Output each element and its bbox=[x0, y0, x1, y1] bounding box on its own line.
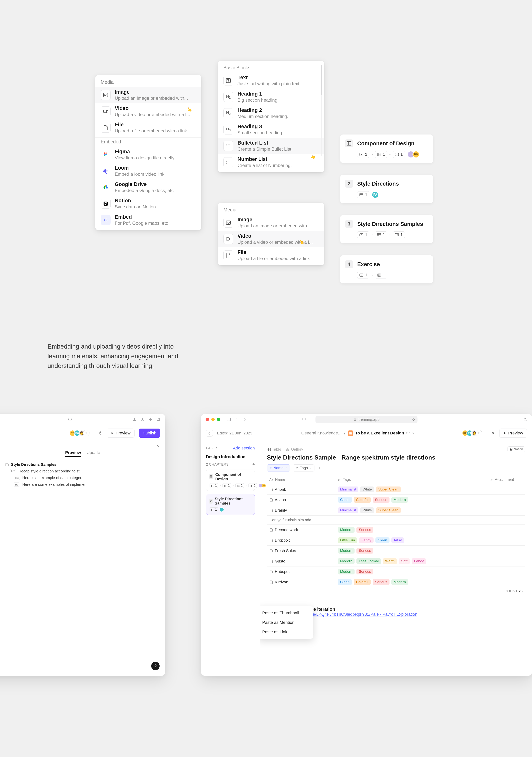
paste-mention[interactable]: Paste as Mention bbox=[260, 618, 313, 627]
block-menu-media[interactable]: Media ImageUpload an image or embeded wi… bbox=[95, 75, 202, 230]
menu-item-bulleted-list[interactable]: Bulleted ListCreate a Simple Bullet List… bbox=[218, 138, 324, 154]
refresh-icon[interactable] bbox=[68, 417, 72, 422]
tag[interactable]: Modern bbox=[338, 569, 355, 574]
table-row[interactable]: HubspotModernSerious bbox=[267, 566, 525, 577]
menu-item-file[interactable]: FileUpload a file or embeded with a link bbox=[95, 119, 202, 136]
table-row[interactable]: BrainlyMinimalistWhiteSuper Clean bbox=[267, 505, 525, 516]
tag[interactable]: Clean bbox=[338, 579, 352, 585]
view-tags[interactable]: Tags bbox=[293, 465, 314, 471]
table-row[interactable]: DropboxLittle FunFancyCleanArtsy bbox=[267, 535, 525, 546]
tag[interactable]: White bbox=[360, 507, 374, 513]
tag[interactable]: White bbox=[360, 487, 374, 492]
tag[interactable]: Less Formal bbox=[357, 558, 381, 564]
view-name[interactable]: +Name bbox=[267, 465, 290, 471]
table-row[interactable]: KirrivanCleanColorfulSeriousModern bbox=[267, 577, 525, 587]
tag[interactable]: Fancy bbox=[359, 537, 374, 543]
preview-button[interactable]: Preview bbox=[107, 429, 135, 438]
tag[interactable]: Modern bbox=[338, 527, 355, 533]
tag[interactable]: Clean bbox=[375, 537, 390, 543]
add-collaborator[interactable]: + bbox=[476, 430, 482, 436]
chapter-card[interactable]: 3Style Directions Samples 1 1 1 bbox=[340, 215, 433, 243]
paste-thumbnail[interactable]: Paste as Thumbnail bbox=[260, 608, 313, 618]
add-collaborator[interactable]: + bbox=[83, 430, 89, 436]
settings-icon[interactable] bbox=[98, 431, 103, 436]
add-section-link[interactable]: Add section bbox=[233, 446, 255, 451]
menu-item-h3[interactable]: H3Heading 3Small section heading. bbox=[218, 121, 324, 138]
chapter-card-active[interactable]: 2Style Directions Samples 1 bbox=[206, 494, 255, 515]
menu-item-embed[interactable]: EmbedFor Pdf, Google maps, etc bbox=[95, 212, 202, 228]
block-menu-media-2[interactable]: Media ImageUpload an image or embeded wi… bbox=[218, 203, 324, 265]
table-row[interactable]: AribnbMinimalistWhiteSuper Clean bbox=[267, 484, 525, 495]
breadcrumb-item[interactable]: General Knowledge... bbox=[301, 431, 342, 436]
menu-item-figma[interactable]: FigmaView figma design file directly bbox=[95, 146, 202, 163]
chapter-card[interactable]: 2Style Directions 1 PA bbox=[340, 175, 433, 203]
notion-sync-badge[interactable]: Notion bbox=[508, 446, 525, 452]
tag[interactable]: Serious bbox=[357, 569, 373, 574]
tag[interactable]: Serious bbox=[373, 579, 389, 585]
tag[interactable]: Little Fun bbox=[338, 537, 357, 543]
menu-item-file[interactable]: FileUpload a file or embeded with a link bbox=[218, 247, 324, 263]
tab-preview[interactable]: Preview bbox=[65, 450, 81, 457]
tag[interactable]: Clean bbox=[338, 497, 352, 503]
url-bar[interactable]: trenning.app bbox=[315, 416, 418, 423]
tabs-icon[interactable] bbox=[156, 417, 161, 422]
tag[interactable]: Colorful bbox=[354, 579, 371, 585]
share-icon[interactable] bbox=[523, 417, 527, 422]
menu-item-number-list[interactable]: Number ListCreate a list of Numbering. bbox=[218, 154, 324, 170]
tag[interactable]: Fancy bbox=[412, 558, 426, 564]
tag[interactable]: Modern bbox=[391, 497, 408, 503]
close-icon[interactable] bbox=[157, 444, 160, 448]
tag[interactable]: Serious bbox=[357, 548, 373, 554]
menu-item-h2[interactable]: H2Heading 2Medium section heading. bbox=[218, 105, 324, 121]
tag[interactable]: Serious bbox=[373, 497, 389, 503]
preview-button[interactable]: Preview bbox=[499, 429, 527, 438]
shield-icon[interactable] bbox=[302, 417, 306, 422]
traffic-lights[interactable] bbox=[205, 418, 220, 421]
tab-update[interactable]: Update bbox=[87, 450, 100, 457]
tag[interactable]: Modern bbox=[338, 558, 355, 564]
back-button[interactable] bbox=[206, 430, 213, 437]
menu-item-image[interactable]: ImageUpload an image or embeded with... bbox=[95, 87, 202, 103]
nav-forward-icon[interactable] bbox=[242, 417, 247, 422]
table-row[interactable]: DeconetworkModernSerious bbox=[267, 525, 525, 535]
tag[interactable]: Warm bbox=[383, 558, 397, 564]
menu-item-image[interactable]: ImageUpload an image or embeded with... bbox=[218, 214, 324, 231]
tag[interactable]: Colorful bbox=[354, 497, 371, 503]
add-chapter-icon[interactable]: + bbox=[252, 462, 255, 467]
tag[interactable]: Minimalist bbox=[338, 487, 358, 492]
paste-context-menu[interactable]: Paste as Thumbnail Paste as Mention Past… bbox=[260, 606, 313, 639]
table-row[interactable]: AsanaCleanColorfulSeriousModern bbox=[267, 495, 525, 505]
refresh-icon[interactable] bbox=[412, 418, 415, 421]
publish-button[interactable]: Publish bbox=[139, 429, 160, 438]
tag[interactable]: Serious bbox=[357, 527, 373, 533]
tag[interactable]: Super Clean bbox=[376, 487, 401, 492]
add-view[interactable]: + bbox=[317, 466, 322, 471]
tag[interactable]: Soft bbox=[399, 558, 410, 564]
section-title[interactable]: Design Introduction bbox=[206, 454, 255, 459]
sidebar-toggle-icon[interactable] bbox=[227, 417, 231, 422]
scrollbar[interactable] bbox=[321, 65, 322, 156]
menu-item-video[interactable]: VideoUpload a video or embeded with a l.… bbox=[218, 231, 324, 247]
block-menu-basic[interactable]: Basic Blocks TextJust start writing with… bbox=[218, 61, 324, 172]
menu-item-google-drive[interactable]: Google DriveEmbeded a Google docs, etc bbox=[95, 179, 202, 196]
tag[interactable]: Minimalist bbox=[338, 507, 358, 513]
help-fab[interactable]: ? bbox=[151, 662, 160, 670]
menu-item-notion[interactable]: NotionSync data on Notion bbox=[95, 196, 202, 212]
chapter-card[interactable]: Component of Design 1 1 1 RF bbox=[340, 135, 433, 163]
tag[interactable]: Modern bbox=[338, 548, 355, 554]
table-row[interactable]: Fresh SalesModernSerious bbox=[267, 546, 525, 556]
chapter-card[interactable]: 4Exercise 1 1 bbox=[340, 255, 433, 284]
breadcrumb-doc[interactable]: ▦To be a Excellent Design bbox=[348, 431, 415, 436]
menu-item-text[interactable]: TextJust start writing with plain text. bbox=[218, 73, 324, 89]
download-icon[interactable] bbox=[132, 417, 137, 422]
paste-link[interactable]: Paste as Link bbox=[260, 627, 313, 637]
nav-back-icon[interactable] bbox=[235, 417, 239, 422]
menu-item-video[interactable]: VideoUpload a video or embeded with a l.… bbox=[95, 103, 202, 119]
settings-icon[interactable] bbox=[490, 431, 495, 436]
tag[interactable]: Super Clean bbox=[376, 507, 401, 513]
view-tab-table[interactable]: Table bbox=[267, 447, 281, 452]
menu-item-h1[interactable]: H1Heading 1Big section heading. bbox=[218, 89, 324, 105]
menu-item-loom[interactable]: LoomEmbed a loom video link bbox=[95, 163, 202, 179]
plus-icon[interactable] bbox=[148, 417, 153, 422]
tag[interactable]: Modern bbox=[391, 579, 408, 585]
